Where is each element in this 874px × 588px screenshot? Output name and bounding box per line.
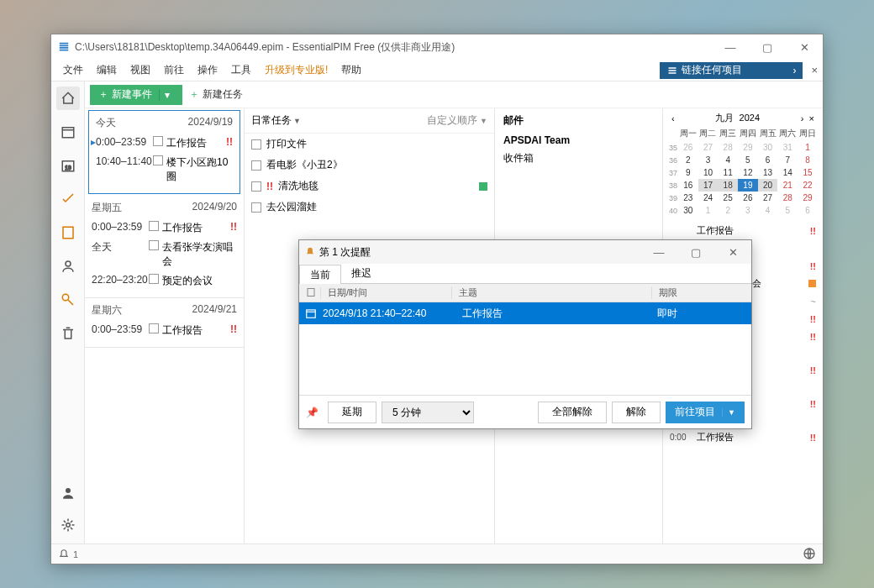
cal-day[interactable]: 19 xyxy=(738,179,758,192)
agenda-event[interactable]: 0:00–23:59工作报告!! xyxy=(92,218,237,238)
reminder-close-button[interactable]: ✕ xyxy=(714,239,751,265)
menu-file[interactable]: 文件 xyxy=(56,60,90,81)
task-row[interactable]: 打印文件 xyxy=(245,134,494,155)
cal-close-icon[interactable]: × xyxy=(809,113,814,123)
col-subject[interactable]: 主题 xyxy=(452,286,652,299)
cal-day[interactable]: 2 xyxy=(718,204,738,217)
new-task-button[interactable]: ＋新建任务 xyxy=(189,87,243,102)
dismiss-button[interactable]: 解除 xyxy=(612,402,661,423)
mail-inbox[interactable]: 收件箱 xyxy=(503,151,654,165)
task-checkbox[interactable] xyxy=(251,160,261,171)
cal-day[interactable]: 17 xyxy=(698,179,719,192)
delay-button[interactable]: 延期 xyxy=(328,402,376,423)
cal-day[interactable]: 13 xyxy=(758,166,778,179)
agenda-event[interactable]: ▸0:00–23:59工作报告!! xyxy=(96,134,233,153)
tasks-sort[interactable]: 自定义顺序 ▼ xyxy=(427,113,487,128)
task-checkbox[interactable] xyxy=(251,139,261,150)
cal-day[interactable]: 4 xyxy=(718,154,738,166)
cal-day[interactable]: 10 xyxy=(698,166,719,179)
cal-day[interactable]: 3 xyxy=(738,204,758,217)
mail-team[interactable]: APSDAI Team xyxy=(503,134,654,146)
cal-day[interactable]: 31 xyxy=(777,141,798,154)
cal-day[interactable]: 22 xyxy=(798,179,818,192)
col-due[interactable]: 期限 xyxy=(652,286,751,299)
col-datetime[interactable]: 日期/时间 xyxy=(321,286,452,299)
task-checkbox[interactable] xyxy=(251,181,261,192)
menu-goto[interactable]: 前往 xyxy=(157,60,191,81)
new-event-button[interactable]: ＋新建事件▾ xyxy=(90,85,182,105)
nav-tasks-icon[interactable] xyxy=(56,187,80,211)
cal-day[interactable]: 14 xyxy=(777,166,798,179)
cal-day[interactable]: 2 xyxy=(678,154,698,166)
menu-action[interactable]: 操作 xyxy=(191,60,224,81)
reminder-titlebar[interactable]: 第 1 次提醒 — ▢ ✕ xyxy=(299,240,751,264)
cal-day[interactable]: 7 xyxy=(777,154,798,166)
agenda-event[interactable]: 0:00–23:59工作报告!! xyxy=(92,321,237,340)
cal-day[interactable]: 30 xyxy=(678,204,698,217)
task-checkbox[interactable] xyxy=(251,202,261,213)
goto-button[interactable]: 前往项目▼ xyxy=(666,402,745,423)
cal-day[interactable]: 11 xyxy=(718,166,738,179)
titlebar[interactable]: C:\Users\18181\Desktop\temp.34A06449.epi… xyxy=(51,34,823,60)
cal-day[interactable]: 27 xyxy=(698,141,719,154)
cal-prev-icon[interactable]: ‹ xyxy=(671,113,675,123)
cal-day[interactable]: 4 xyxy=(758,204,778,217)
cal-day[interactable]: 8 xyxy=(798,154,818,166)
link-any-item[interactable]: 链接任何项目 › xyxy=(660,62,803,79)
tab-current[interactable]: 当前 xyxy=(299,265,341,284)
nav-today-icon[interactable] xyxy=(56,87,80,110)
linkbar-close[interactable]: × xyxy=(806,64,823,76)
cal-day[interactable]: 16 xyxy=(678,179,698,192)
reminder-max-button[interactable]: ▢ xyxy=(677,239,714,265)
nav-contacts-icon[interactable] xyxy=(56,255,80,278)
tab-snoozed[interactable]: 推迟 xyxy=(341,264,382,283)
agenda-event[interactable]: 10:40–11:40楼下小区跑10圈 xyxy=(96,153,233,186)
bell-icon[interactable] xyxy=(58,549,70,560)
nav-settings-icon[interactable] xyxy=(56,513,80,537)
cal-day[interactable]: 6 xyxy=(798,204,818,217)
cal-day[interactable]: 5 xyxy=(738,154,758,166)
cal-day[interactable]: 27 xyxy=(758,192,778,204)
cal-day[interactable]: 3 xyxy=(698,154,719,166)
nav-notes-icon[interactable] xyxy=(56,221,80,244)
cal-day[interactable]: 6 xyxy=(758,154,778,166)
event-checkbox[interactable] xyxy=(149,240,159,250)
snooze-select[interactable]: 5 分钟 xyxy=(382,402,474,423)
event-checkbox[interactable] xyxy=(149,323,159,333)
cal-day[interactable]: 29 xyxy=(738,141,758,154)
cal-day[interactable]: 9 xyxy=(678,166,698,179)
cal-day[interactable]: 1 xyxy=(798,141,818,154)
nav-passwords-icon[interactable] xyxy=(56,288,80,312)
event-checkbox[interactable] xyxy=(149,221,159,231)
nav-user-icon[interactable] xyxy=(56,481,80,505)
reminder-min-button[interactable]: — xyxy=(640,239,677,265)
menu-upgrade[interactable]: 升级到专业版! xyxy=(258,60,334,81)
cal-day[interactable]: 30 xyxy=(758,141,778,154)
event-checkbox[interactable] xyxy=(149,274,159,284)
agenda-event[interactable]: 22:20–23:20预定的会议 xyxy=(92,271,237,291)
maximize-button[interactable]: ▢ xyxy=(749,34,786,60)
cal-day[interactable]: 1 xyxy=(698,204,719,217)
cal-day[interactable]: 26 xyxy=(678,141,698,154)
cal-day[interactable]: 23 xyxy=(678,192,698,204)
task-row[interactable]: 去公园溜娃 xyxy=(245,197,494,218)
menu-tools[interactable]: 工具 xyxy=(224,60,258,81)
cal-day[interactable]: 5 xyxy=(777,204,798,217)
upcoming-event[interactable]: 工作报告!! xyxy=(666,222,819,239)
cal-day[interactable]: 21 xyxy=(777,179,798,192)
close-button[interactable]: ✕ xyxy=(786,34,823,60)
pin-icon[interactable]: 📌 xyxy=(306,407,323,418)
menu-view[interactable]: 视图 xyxy=(124,60,157,81)
cal-day[interactable]: 25 xyxy=(718,192,738,204)
cal-day[interactable]: 28 xyxy=(777,192,798,204)
nav-calendar-icon[interactable] xyxy=(56,120,80,144)
reminder-row[interactable]: 2024/9/18 21:40–22:40 工作报告 即时 xyxy=(299,302,751,324)
cal-next-icon[interactable]: › xyxy=(801,113,804,123)
menu-help[interactable]: 帮助 xyxy=(334,60,368,81)
cal-day[interactable]: 12 xyxy=(738,166,758,179)
globe-icon[interactable] xyxy=(803,547,816,562)
menu-edit[interactable]: 编辑 xyxy=(90,60,124,81)
tasks-title[interactable]: 日常任务 xyxy=(251,113,292,128)
event-checkbox[interactable] xyxy=(153,136,163,146)
task-row[interactable]: !!清洗地毯 xyxy=(245,176,494,197)
